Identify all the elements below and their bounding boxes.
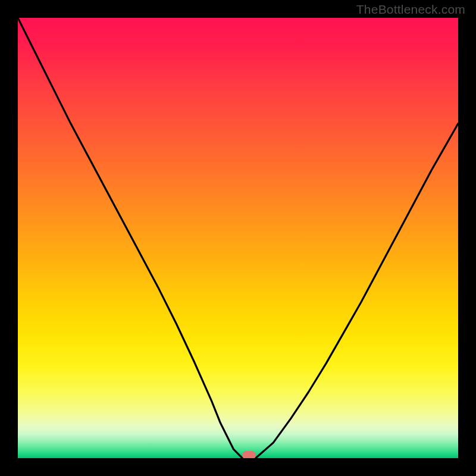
curve-path <box>18 18 458 458</box>
chart-stage: TheBottleneck.com <box>0 0 476 476</box>
watermark-text: TheBottleneck.com <box>356 2 465 17</box>
optimum-marker <box>242 451 256 458</box>
bottleneck-curve <box>18 18 458 458</box>
plot-area <box>18 18 458 458</box>
